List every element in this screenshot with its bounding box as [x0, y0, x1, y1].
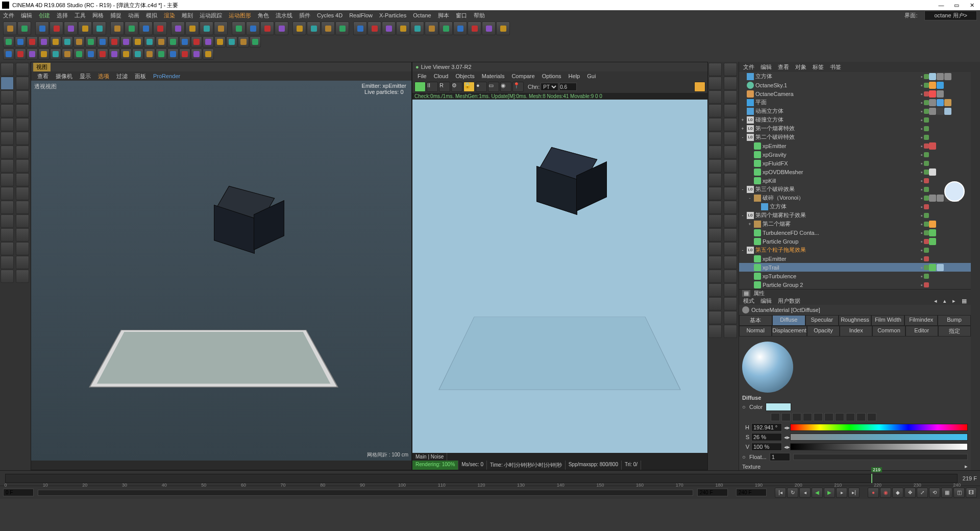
toolbar-button[interactable]: [167, 36, 179, 47]
object-row[interactable]: xpTrail▪: [739, 263, 971, 272]
lv-settings-icon[interactable]: ⚙: [451, 82, 462, 92]
view-menu-过滤[interactable]: 过滤: [116, 73, 128, 80]
toolbar-button[interactable]: [368, 21, 381, 35]
toolbar-button[interactable]: [382, 21, 396, 35]
side-tool-button[interactable]: [724, 201, 737, 214]
attr-mode-编辑[interactable]: 编辑: [761, 297, 772, 305]
menu-模拟[interactable]: 模拟: [146, 12, 157, 18]
side-tool-button[interactable]: [708, 325, 722, 338]
toolbar-button[interactable]: [232, 21, 246, 35]
side-tool-button[interactable]: [724, 256, 737, 269]
side-tool-button[interactable]: [16, 256, 29, 269]
keyframe-icon[interactable]: ◆: [892, 488, 903, 498]
key-move-icon[interactable]: ✥: [904, 488, 916, 498]
key-param-icon[interactable]: ▦: [941, 488, 952, 498]
object-row[interactable]: OctaneSky.1▪: [739, 81, 971, 89]
toolbar-button[interactable]: [185, 21, 199, 35]
toolbar-button[interactable]: [74, 49, 85, 60]
view-menu-ProRender[interactable]: ProRender: [153, 73, 180, 79]
attr-mode-用户数据[interactable]: 用户数据: [778, 297, 800, 305]
attr-tab-Film Width[interactable]: Film Width: [871, 315, 904, 326]
side-tool-button[interactable]: [708, 201, 722, 214]
toolbar-button[interactable]: [50, 21, 63, 35]
toolbar-button[interactable]: [27, 36, 38, 47]
objmgr-tab-标签[interactable]: 标签: [813, 63, 824, 71]
viewport-canvas[interactable]: 透视视图 Emitter: xpEmitter Live particles: …: [31, 81, 411, 461]
object-row[interactable]: -破碎（Voronoi）▪: [739, 194, 971, 202]
object-row[interactable]: -L0第四个烟雾粒子效果▪: [739, 211, 971, 220]
record-icon[interactable]: ●: [868, 488, 879, 498]
object-row[interactable]: xpFluidFX▪: [739, 159, 971, 167]
viewport-tab[interactable]: 视图: [33, 63, 51, 71]
view-menu-摄像机[interactable]: 摄像机: [56, 73, 72, 80]
object-row[interactable]: xpOVDBMesher▪: [739, 167, 971, 176]
side-tool-button[interactable]: [1, 187, 14, 200]
object-manager-tree[interactable]: 立方体▪OctaneSky.1▪OctaneCamera▪平面▪动画立方体▪+L…: [739, 72, 971, 289]
objmgr-tab-书签[interactable]: 书签: [830, 63, 841, 71]
lv-channel-select[interactable]: PT: [541, 83, 558, 91]
frame-end-field[interactable]: [697, 489, 728, 496]
sat-field[interactable]: 26 %: [751, 433, 782, 441]
toolbar-button[interactable]: [425, 21, 438, 35]
side-tool-button[interactable]: [708, 146, 722, 159]
side-tool-button[interactable]: [708, 283, 722, 297]
toolbar-button[interactable]: [85, 36, 96, 47]
menu-插件[interactable]: 插件: [299, 12, 310, 18]
val-slider[interactable]: [790, 443, 968, 450]
toolbar-button[interactable]: [3, 36, 14, 47]
toolbar-button[interactable]: [15, 49, 26, 60]
side-tool-button[interactable]: [724, 270, 737, 283]
toolbar-button[interactable]: [3, 49, 14, 60]
toolbar-button[interactable]: [139, 21, 153, 35]
toolbar-button[interactable]: [156, 36, 167, 47]
toolbar-button[interactable]: [3, 21, 17, 35]
maximize-button[interactable]: ▭: [953, 2, 960, 9]
lv-clay-icon[interactable]: [694, 82, 705, 92]
loop-icon[interactable]: ↻: [787, 488, 798, 498]
object-row[interactable]: -L0第三个破碎效果▪: [739, 185, 971, 194]
lv-region-icon[interactable]: R: [439, 82, 450, 92]
toolbar-button[interactable]: [120, 49, 132, 60]
side-tool-button[interactable]: [724, 325, 737, 338]
lv-pin-icon[interactable]: 📍: [512, 82, 524, 92]
play-back-icon[interactable]: ◀: [812, 488, 823, 498]
toolbar-button[interactable]: [27, 49, 38, 60]
lv-menu-Help[interactable]: Help: [569, 73, 580, 79]
toolbar-button[interactable]: [38, 36, 50, 47]
side-tool-button[interactable]: [708, 63, 722, 76]
side-tool-button[interactable]: [16, 146, 29, 159]
object-row[interactable]: 动画立方体▪: [739, 107, 971, 115]
lv-menu-Compare[interactable]: Compare: [511, 73, 534, 79]
lv-menu-Gui[interactable]: Gui: [587, 73, 596, 79]
color-tool-icon[interactable]: [824, 413, 834, 421]
toolbar-button[interactable]: [78, 21, 92, 35]
toolbar-button[interactable]: [214, 36, 226, 47]
color-tool-icon[interactable]: [803, 413, 812, 421]
toolbar-button[interactable]: [50, 49, 61, 60]
side-tool-button[interactable]: [708, 270, 722, 283]
attr-tab-Bump[interactable]: Bump: [938, 315, 971, 326]
toolbar-button[interactable]: [125, 21, 138, 35]
object-row[interactable]: +L0碰撞立方体▪: [739, 115, 971, 124]
toolbar-button[interactable]: [238, 36, 249, 47]
key-pla-icon[interactable]: ◫: [953, 488, 965, 498]
lv-menu-File[interactable]: File: [418, 73, 427, 79]
view-menu-选项[interactable]: 选项: [98, 73, 109, 80]
toolbar-button[interactable]: [396, 21, 410, 35]
side-tool-button[interactable]: [724, 159, 737, 173]
play-forward-icon[interactable]: ▶: [824, 488, 835, 498]
toolbar-button[interactable]: [260, 21, 274, 35]
toolbar-button[interactable]: [191, 49, 202, 60]
side-tool-button[interactable]: [724, 77, 737, 90]
attr-nav-back[interactable]: ◂: [934, 298, 937, 304]
side-tool-button[interactable]: [724, 242, 737, 255]
side-tool-button[interactable]: [16, 63, 29, 76]
float-slider[interactable]: [793, 454, 968, 460]
toolbar-button[interactable]: [191, 36, 202, 47]
sat-slider[interactable]: [790, 433, 968, 441]
toolbar-button[interactable]: [120, 36, 132, 47]
object-row[interactable]: -L0第二个破碎特效▪: [739, 133, 971, 141]
menu-角色[interactable]: 角色: [258, 12, 269, 18]
view-menu-查看[interactable]: 查看: [37, 73, 48, 80]
side-tool-button[interactable]: [16, 187, 29, 200]
